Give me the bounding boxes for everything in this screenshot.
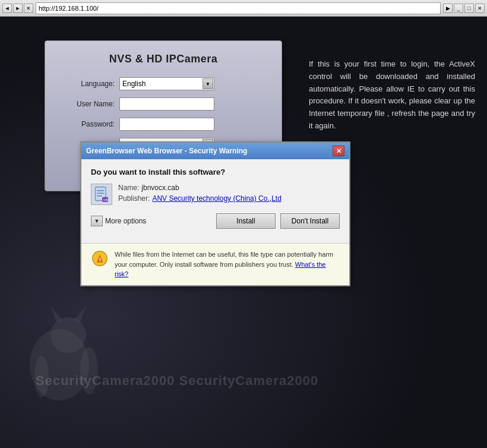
dialog-action-buttons: Install Don't Install: [216, 213, 340, 229]
back-button[interactable]: ◄: [2, 4, 12, 13]
file-details: Name: jbnvocx.cab Publisher: ANV Securit…: [118, 184, 282, 205]
warning-icon: !: [91, 250, 109, 267]
forward-button[interactable]: ►: [13, 4, 23, 13]
dialog-question: Do you want to install this software?: [91, 168, 340, 176]
address-text: http://192.168.1.100/: [39, 5, 99, 12]
dialog-close-button[interactable]: ✕: [333, 146, 344, 156]
warning-text: While files from the Internet can be use…: [115, 250, 340, 279]
more-options-toggle[interactable]: ▼ More options: [91, 216, 146, 226]
dialog-titlebar: GreenBrowser Web Browser - Security Warn…: [81, 143, 349, 159]
dialog-overlay: GreenBrowser Web Browser - Security Warn…: [0, 17, 487, 448]
svg-text:!: !: [99, 256, 101, 263]
dialog-body: Do you want to install this software? ca…: [81, 159, 349, 243]
stop-button[interactable]: ✕: [24, 4, 33, 13]
file-name-label: Name:: [118, 184, 139, 192]
publisher-label: Publisher:: [118, 194, 150, 203]
file-name-row: Name: jbnvocx.cab: [118, 184, 282, 192]
svg-rect-9: [97, 195, 102, 197]
publisher-row: Publisher: ANV Security technology (Chin…: [118, 194, 282, 203]
dont-install-button[interactable]: Don't Install: [280, 213, 340, 229]
maximize-button[interactable]: □: [464, 4, 474, 13]
security-dialog: GreenBrowser Web Browser - Security Warn…: [80, 141, 350, 286]
main-area: SecurityCamera2000 SecurityCamera2000 NV…: [0, 17, 487, 448]
file-icon: cab: [91, 184, 112, 205]
more-options-label: More options: [105, 217, 146, 225]
browser-toolbar: ◄ ► ✕ http://192.168.1.100/ ▶ _ □ ✕: [0, 0, 487, 17]
more-options-icon: ▼: [91, 216, 103, 226]
go-button[interactable]: ▶: [443, 4, 453, 13]
dialog-warning: ! While files from the Internet can be u…: [81, 243, 349, 285]
minimize-button[interactable]: _: [454, 4, 463, 13]
publisher-link[interactable]: ANV Security technology (China) Co.,Ltd: [152, 194, 281, 203]
close-window-button[interactable]: ✕: [475, 4, 485, 13]
dialog-file-info: cab Name: jbnvocx.cab Publisher: ANV Sec…: [91, 184, 340, 205]
address-bar[interactable]: http://192.168.1.100/: [36, 2, 441, 14]
svg-rect-7: [97, 190, 104, 191]
svg-text:cab: cab: [103, 198, 109, 201]
file-name-value: jbnvocx.cab: [141, 184, 179, 192]
dialog-title: GreenBrowser Web Browser - Security Warn…: [86, 147, 247, 155]
svg-rect-8: [97, 193, 104, 194]
install-button[interactable]: Install: [216, 213, 276, 229]
dialog-options-row: ▼ More options Install Don't Install: [91, 213, 340, 229]
